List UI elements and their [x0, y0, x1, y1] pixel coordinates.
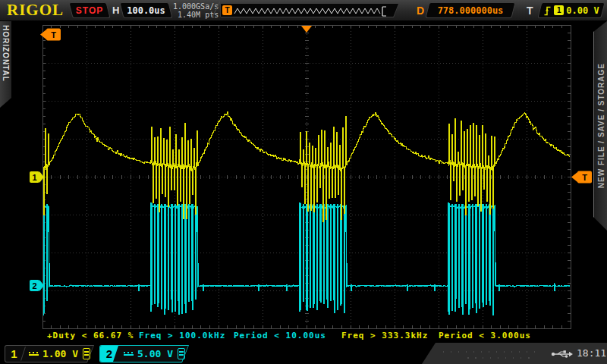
fine-adjust-icon	[83, 348, 90, 359]
dc-coupling-icon	[29, 351, 39, 356]
trigger-level-marker[interactable]: T	[571, 171, 592, 184]
svg-text:T: T	[582, 173, 587, 182]
channel2-badge[interactable]: 2 5.00 V	[99, 345, 190, 362]
oscilloscope-screen: 12TT RIGOL STOP H 100.0us 1.000GSa/s 1.4…	[0, 0, 607, 364]
measurement-duty[interactable]: +Duty < 66.67 %	[47, 331, 134, 340]
dots-texture	[467, 357, 536, 359]
timebase-badge: 100.0us	[119, 2, 172, 18]
brand-logo: RIGOL	[7, 1, 64, 20]
measurement-freq-2[interactable]: Freq > 333.3kHz	[341, 331, 428, 340]
sample-rate: 1.000GSa/s	[173, 2, 219, 11]
run-state-label: STOP	[71, 3, 108, 17]
ch2-waveform	[42, 202, 571, 315]
trigger-badge: 1 0.00 V	[537, 2, 605, 18]
trigger-position-marker[interactable]	[301, 26, 312, 33]
pretrigger-indicator[interactable]: T	[40, 29, 61, 41]
run-state-badge: STOP	[68, 2, 110, 18]
channel1-badge[interactable]: 1 1.00 V	[5, 345, 96, 362]
top-status-bar: RIGOL STOP H 100.0us 1.000GSa/s 1.40M pt…	[0, 0, 607, 21]
trigger-source-badge: 1	[554, 5, 564, 15]
status-panel: 18:11	[422, 343, 607, 364]
dc-coupling-icon	[124, 351, 134, 356]
rising-edge-icon	[543, 5, 552, 16]
measurement-period-2[interactable]: Period < 3.000us	[439, 331, 531, 340]
clock: 18:11	[577, 347, 606, 359]
trigger-position-strip: T	[220, 3, 399, 17]
delay-badge: 778.000000us	[425, 2, 515, 18]
measurement-freq-1[interactable]: Freq > 100.0kHz	[139, 331, 225, 340]
fine-adjust-icon	[178, 348, 185, 359]
bottom-status-bar: 1 1.00 V 2 5.00 V	[0, 343, 607, 364]
svg-text:T: T	[51, 30, 56, 39]
pretrigger-t-icon: T	[222, 5, 232, 15]
horizontal-menu-label: HORIZONTAL	[2, 25, 10, 82]
timebase-value: 100.0us	[122, 3, 170, 17]
svg-text:2: 2	[32, 281, 36, 290]
usb-icon	[551, 350, 574, 359]
horizontal-scale-label: H	[112, 5, 119, 16]
measurement-period-1[interactable]: Period < 10.00us	[234, 331, 326, 340]
trigger-label: T	[527, 5, 533, 17]
channel1-number: 1	[5, 347, 23, 360]
scope-display: 12TT	[0, 0, 607, 364]
delay-value: 778.000000us	[428, 3, 513, 17]
delay-label: D	[417, 5, 424, 17]
channel2-scale-value: 5.00 V	[137, 348, 173, 359]
svg-text:1: 1	[32, 173, 36, 182]
memory-preview-waveform	[221, 4, 398, 17]
horizontal-menu-tab[interactable]: HORIZONTAL	[0, 21, 11, 108]
trigger-level-value: 0.00 V	[566, 5, 599, 16]
channel1-scale-value: 1.00 V	[42, 348, 78, 359]
dots-texture	[443, 351, 542, 353]
ch2-ground-marker[interactable]: 2	[30, 280, 44, 291]
storage-menu-label: NEW FILE / SAVE / STORAGE	[597, 63, 605, 188]
storage-menu-tab[interactable]: NEW FILE / SAVE / STORAGE	[593, 20, 607, 231]
ch1-ground-marker[interactable]: 1	[30, 171, 44, 183]
